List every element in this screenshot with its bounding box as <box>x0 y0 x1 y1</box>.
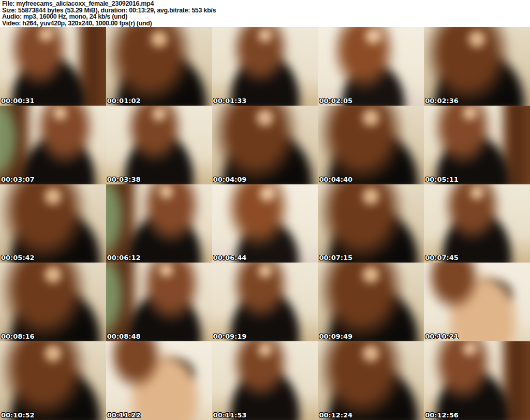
thumbnail: 00:10:52 <box>0 341 106 420</box>
thumbnail-placeholder-art <box>318 184 424 263</box>
thumbnail-timestamp: 00:11:53 <box>213 411 247 419</box>
thumbnail-placeholder-art <box>424 263 530 341</box>
thumbnail-placeholder-art <box>424 27 530 106</box>
thumbnail-timestamp: 00:12:24 <box>319 411 352 419</box>
thumbnail-placeholder-art <box>106 341 212 420</box>
thumbnail-placeholder-art <box>318 27 424 106</box>
thumbnail: 00:10:21 <box>424 263 530 341</box>
thumbnail: 00:08:16 <box>0 263 106 341</box>
thumbnail: 00:00:31 <box>0 27 106 106</box>
thumbnail: 00:06:44 <box>212 184 318 263</box>
thumbnail-timestamp: 00:10:21 <box>425 332 459 340</box>
thumbnail-timestamp: 00:12:56 <box>425 411 459 419</box>
thumbnail-timestamp: 00:02:36 <box>425 97 459 105</box>
thumbnail-placeholder-art <box>0 263 106 341</box>
thumbnail-timestamp: 00:01:02 <box>107 97 141 105</box>
thumbnail-placeholder-art <box>0 106 106 184</box>
thumbnail-timestamp: 00:11:22 <box>107 411 141 419</box>
thumbnail-timestamp: 00:06:12 <box>107 254 141 262</box>
thumbnail: 00:11:22 <box>106 341 212 420</box>
thumbnail-placeholder-art <box>0 27 106 106</box>
thumbnail: 00:12:56 <box>424 341 530 420</box>
thumbnail-placeholder-art <box>0 341 106 420</box>
thumbnail-timestamp: 00:05:42 <box>1 254 35 262</box>
thumbnail-placeholder-art <box>106 27 212 106</box>
thumbnail: 00:03:07 <box>0 106 106 184</box>
thumbnail: 00:07:15 <box>318 184 424 263</box>
thumbnail-placeholder-art <box>212 263 318 341</box>
thumbnail-timestamp: 00:03:38 <box>107 176 141 183</box>
thumbnail-placeholder-art <box>106 184 212 263</box>
thumbnail-timestamp: 00:10:52 <box>1 411 35 419</box>
thumbnail: 00:08:48 <box>106 263 212 341</box>
thumbnail-timestamp: 00:09:19 <box>213 332 247 340</box>
video-contact-sheet: File: myfreecams_aliciacoxx_female_23092… <box>0 0 530 420</box>
thumbnail-placeholder-art <box>318 263 424 341</box>
thumbnail-placeholder-art <box>106 106 212 184</box>
thumbnail: 00:07:45 <box>424 184 530 263</box>
thumbnail-placeholder-art <box>212 27 318 106</box>
thumbnail-placeholder-art <box>424 184 530 263</box>
thumbnail-timestamp: 00:08:16 <box>1 332 35 340</box>
thumbnail: 00:09:49 <box>318 263 424 341</box>
file-name-line: File: myfreecams_aliciacoxx_female_23092… <box>2 1 530 7</box>
thumbnail-placeholder-art <box>318 341 424 420</box>
thumbnail-placeholder-art <box>0 184 106 263</box>
thumbnail: 00:01:02 <box>106 27 212 106</box>
thumbnail-timestamp: 00:04:09 <box>213 176 247 183</box>
thumbnail-timestamp: 00:06:44 <box>213 254 247 262</box>
thumbnail: 00:09:19 <box>212 263 318 341</box>
thumbnail-placeholder-art <box>318 106 424 184</box>
thumbnail-timestamp: 00:05:11 <box>425 176 459 183</box>
thumbnail-timestamp: 00:07:45 <box>425 254 459 262</box>
thumbnail-placeholder-art <box>424 341 530 420</box>
thumbnail-timestamp: 00:07:15 <box>319 254 352 262</box>
thumbnail-placeholder-art <box>212 341 318 420</box>
metadata-header: File: myfreecams_aliciacoxx_female_23092… <box>0 0 530 27</box>
thumbnail: 00:02:36 <box>424 27 530 106</box>
thumbnail: 00:06:12 <box>106 184 212 263</box>
thumbnail-timestamp: 00:01:33 <box>213 97 247 105</box>
thumbnail-timestamp: 00:09:49 <box>319 332 352 340</box>
thumbnail-placeholder-art <box>212 184 318 263</box>
thumbnail: 00:04:09 <box>212 106 318 184</box>
thumbnail-placeholder-art <box>212 106 318 184</box>
thumbnail-placeholder-art <box>106 263 212 341</box>
thumbnail: 00:04:40 <box>318 106 424 184</box>
thumbnail-timestamp: 00:04:40 <box>319 176 352 183</box>
thumbnail-timestamp: 00:02:05 <box>319 97 352 105</box>
thumbnail-timestamp: 00:03:07 <box>1 176 35 183</box>
thumbnail: 00:05:42 <box>0 184 106 263</box>
thumbnail-grid: 00:00:31 00:01:02 00:01:33 00:02:05 00:0… <box>0 27 530 420</box>
video-info-line: Video: h264, yuv420p, 320x240, 1000.00 f… <box>2 20 530 27</box>
thumbnail: 00:11:53 <box>212 341 318 420</box>
thumbnail: 00:01:33 <box>212 27 318 106</box>
thumbnail: 00:05:11 <box>424 106 530 184</box>
thumbnail: 00:12:24 <box>318 341 424 420</box>
thumbnail: 00:02:05 <box>318 27 424 106</box>
thumbnail-timestamp: 00:00:31 <box>1 97 35 105</box>
thumbnail-timestamp: 00:08:48 <box>107 332 141 340</box>
thumbnail: 00:03:38 <box>106 106 212 184</box>
thumbnail-placeholder-art <box>424 106 530 184</box>
